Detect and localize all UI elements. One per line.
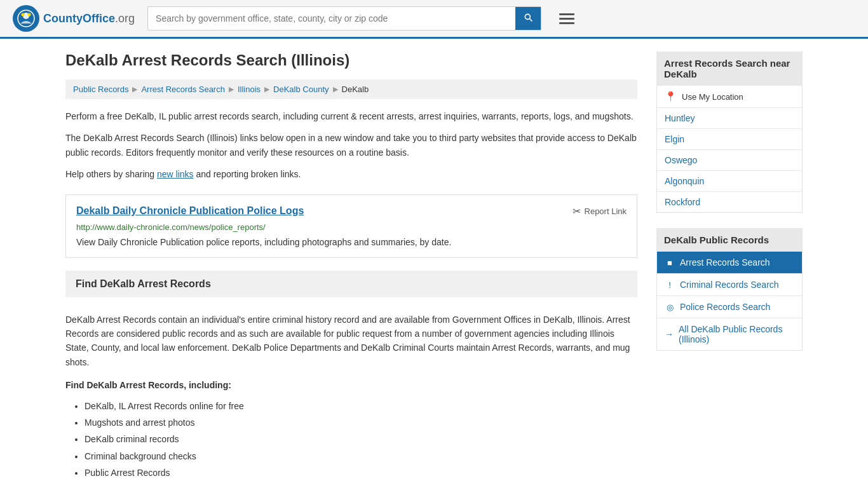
- content-area: DeKalb Arrest Records Search (Illinois) …: [65, 51, 637, 488]
- main-container: DeKalb Arrest Records Search (Illinois) …: [53, 39, 815, 488]
- breadcrumb: Public Records ▶ Arrest Records Search ▶…: [65, 79, 637, 99]
- list-item: DeKalb criminal records: [85, 432, 637, 446]
- find-section-heading: Find DeKalb Arrest Records: [65, 271, 637, 297]
- nearby-algonquin[interactable]: Algonquin: [657, 171, 802, 191]
- new-links-link[interactable]: new links: [157, 169, 194, 179]
- list-item: Rockford: [657, 192, 802, 212]
- hamburger-icon: [559, 13, 574, 24]
- nearby-rockford[interactable]: Rockford: [657, 192, 802, 212]
- list-item: DeKalb, IL Arrest Records online for fre…: [85, 399, 637, 413]
- nearby-elgin[interactable]: Elgin: [657, 129, 802, 149]
- public-records-title: DeKalb Public Records: [656, 228, 803, 252]
- logo-icon: [13, 5, 39, 32]
- public-records-list: ■ Arrest Records Search ! Criminal Recor…: [656, 252, 803, 351]
- breadcrumb-current: DeKalb: [342, 85, 369, 94]
- list-item: Public Arrest Records: [85, 466, 637, 480]
- public-records-section: DeKalb Public Records ■ Arrest Records S…: [656, 228, 803, 351]
- public-records-police: ◎ Police Records Search: [657, 296, 802, 318]
- list-item: Elgin: [657, 129, 802, 150]
- list-item: Oswego: [657, 150, 802, 171]
- description-3: Help others by sharing new links and rep…: [65, 167, 637, 181]
- search-input[interactable]: [148, 8, 515, 29]
- all-records-link[interactable]: → All DeKalb Public Records (Illinois): [657, 318, 802, 350]
- breadcrumb-public-records[interactable]: Public Records: [73, 85, 128, 94]
- nearby-section: Arrest Records Search near DeKalb 📍 Use …: [656, 51, 803, 213]
- description-2: The DeKalb Arrest Records Search (Illino…: [65, 131, 637, 159]
- nearby-links-list: 📍 Use My Location Huntley Elgin Oswego A…: [656, 86, 803, 213]
- description-1: Perform a free DeKalb, IL public arrest …: [65, 109, 637, 123]
- nearby-huntley[interactable]: Huntley: [657, 108, 802, 128]
- pin-icon: 📍: [665, 91, 677, 102]
- menu-button[interactable]: [554, 11, 580, 27]
- nearby-oswego[interactable]: Oswego: [657, 150, 802, 170]
- public-records-criminal: ! Criminal Records Search: [657, 274, 802, 296]
- svg-point-3: [28, 13, 31, 17]
- breadcrumb-dekalb-county[interactable]: DeKalb County: [273, 85, 329, 94]
- search-bar: [147, 6, 541, 30]
- list-item: Algonquin: [657, 171, 802, 192]
- breadcrumb-sep-2: ▶: [229, 85, 234, 93]
- use-location-link[interactable]: 📍 Use My Location: [657, 86, 802, 107]
- breadcrumb-sep-3: ▶: [264, 85, 269, 93]
- list-item: Huntley: [657, 108, 802, 129]
- breadcrumb-illinois[interactable]: Illinois: [238, 85, 261, 94]
- nearby-title: Arrest Records Search near DeKalb: [656, 51, 803, 86]
- link-card: Dekalb Daily Chronicle Publication Polic…: [65, 194, 637, 258]
- logo-link[interactable]: CountyOffice.org: [13, 5, 135, 32]
- criminal-icon: !: [665, 280, 675, 290]
- sidebar: Arrest Records Search near DeKalb 📍 Use …: [656, 51, 803, 488]
- find-description: DeKalb Arrest Records contain an individ…: [65, 313, 637, 370]
- criminal-records-link[interactable]: ! Criminal Records Search: [657, 274, 802, 295]
- find-heading: Find DeKalb Arrest Records: [76, 278, 627, 290]
- public-records-arrest: ■ Arrest Records Search: [657, 252, 802, 274]
- search-button[interactable]: [515, 7, 541, 30]
- link-url[interactable]: http://www.daily-chronicle.com/news/poli…: [76, 222, 627, 232]
- find-subheading: Find DeKalb Arrest Records, including:: [65, 378, 637, 392]
- breadcrumb-arrest-records[interactable]: Arrest Records Search: [141, 85, 225, 94]
- public-records-all: → All DeKalb Public Records (Illinois): [657, 318, 802, 350]
- link-description: View Daily Chronicle Publication police …: [76, 237, 627, 247]
- svg-point-2: [22, 13, 25, 17]
- arrest-records-link[interactable]: ■ Arrest Records Search: [657, 252, 802, 273]
- arrow-icon: →: [665, 329, 674, 339]
- link-card-header: Dekalb Daily Chronicle Publication Polic…: [76, 205, 627, 217]
- header: CountyOffice.org: [0, 0, 868, 39]
- link-card-title[interactable]: Dekalb Daily Chronicle Publication Polic…: [76, 205, 304, 217]
- find-list: DeKalb, IL Arrest Records online for fre…: [65, 399, 637, 480]
- find-body: DeKalb Arrest Records contain an individ…: [65, 305, 637, 488]
- report-link-button[interactable]: ✂ Report Link: [573, 205, 627, 217]
- breadcrumb-sep-1: ▶: [132, 85, 137, 93]
- breadcrumb-sep-4: ▶: [333, 85, 338, 93]
- arrest-icon: ■: [665, 258, 675, 268]
- police-icon: ◎: [665, 302, 675, 312]
- page-title: DeKalb Arrest Records Search (Illinois): [65, 51, 637, 69]
- list-item: Criminal background checks: [85, 449, 637, 463]
- scissors-icon: ✂: [573, 205, 581, 217]
- police-records-link[interactable]: ◎ Police Records Search: [657, 296, 802, 318]
- logo-text: CountyOffice.org: [43, 12, 135, 25]
- use-location-item: 📍 Use My Location: [657, 86, 802, 108]
- list-item: Mugshots and arrest photos: [85, 416, 637, 430]
